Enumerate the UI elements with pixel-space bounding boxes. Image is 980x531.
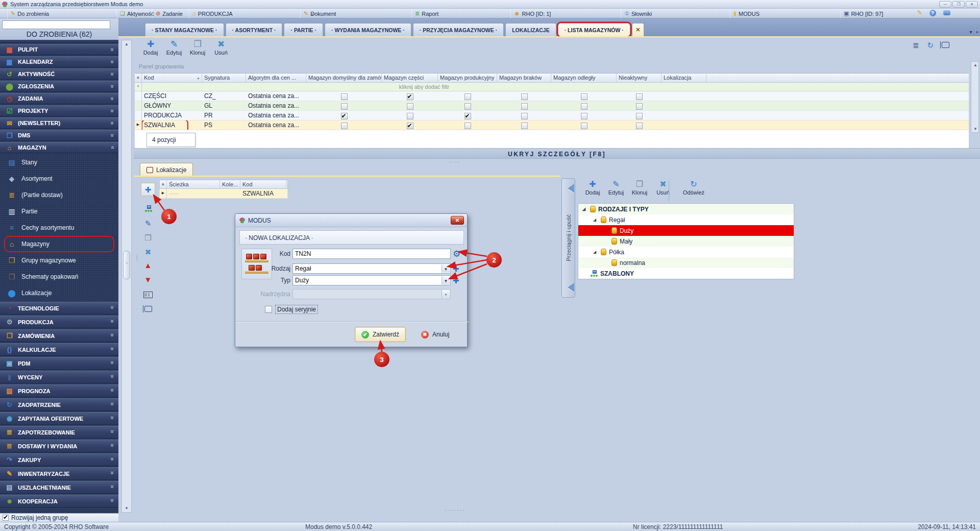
klonuj-button[interactable]: ❐Klonuj: [628, 180, 651, 196]
expanded-icon[interactable]: ◢: [593, 250, 598, 254]
sidebar-item-partie[interactable]: ▥Partie: [0, 203, 118, 220]
expand-icon[interactable]: »: [109, 60, 116, 64]
expand-icon[interactable]: »: [109, 430, 116, 433]
sidebar-group-pulpit[interactable]: ▦PULPIT»: [0, 44, 118, 55]
unchecked-checkbox[interactable]: [636, 103, 643, 110]
sidebar-group-aktywność[interactable]: ↺AKTYWNOŚĆ»: [0, 68, 118, 80]
list-view-icon[interactable]: ≣: [913, 41, 919, 50]
sidebar-group-prognoza[interactable]: ▨PROGNOZA»: [0, 384, 118, 397]
barcode-button[interactable]: [141, 288, 155, 301]
sidebar-item-magazyny[interactable]: ⌂Magazyny: [4, 236, 114, 252]
unchecked-checkbox[interactable]: [581, 123, 587, 129]
expand-icon[interactable]: »: [109, 471, 116, 475]
move-down-button[interactable]: ▼: [141, 273, 155, 286]
edytuj-button[interactable]: ✎Edytuj: [604, 180, 628, 196]
pin-icon[interactable]: ▪: [976, 29, 978, 35]
unchecked-checkbox[interactable]: [581, 103, 587, 110]
sidebar-item--partie-dostaw-[interactable]: ≣(Partie dostaw): [0, 187, 118, 203]
sidebar-group-wyceny[interactable]: ▮WYCENY»: [0, 371, 118, 383]
add-rodzaj-icon[interactable]: ✚: [453, 264, 459, 274]
scroll-up-icon[interactable]: ▲: [122, 42, 131, 46]
tab-close-button[interactable]: ✕: [632, 23, 644, 36]
menu-item-rho-id-97-[interactable]: ▣RHO [ID: 97]: [840, 9, 886, 18]
expand-icon[interactable]: »: [109, 48, 116, 52]
grid-filter-row[interactable]: ▼kliknij aby dodać filtr: [135, 83, 969, 91]
tab-lokalizacje[interactable]: LOKALIZACJE: [505, 23, 556, 36]
expand-icon[interactable]: »: [109, 134, 116, 137]
column-header-10[interactable]: Lokalizacja: [662, 74, 706, 82]
refresh-icon[interactable]: ↻: [927, 41, 934, 50]
table-row-szwalnia[interactable]: ▶SZWALNIAPSOstatnia cena za...: [135, 120, 969, 130]
column-header-6[interactable]: Magazyn produkcyjny: [438, 74, 497, 82]
unchecked-checkbox[interactable]: [407, 103, 413, 110]
tab-przyjęcia-magazynowe[interactable]: · PRZYJĘCIA MAGAZYNOWE ·: [413, 23, 504, 36]
sidebar-group-kalendarz[interactable]: ▦KALENDARZ»: [0, 56, 118, 67]
sidebar-group-dostawy-i-wydania[interactable]: ≣DOSTAWY I WYDANIA»: [0, 440, 118, 452]
kod-input[interactable]: [292, 249, 451, 259]
add-location-button[interactable]: ✚: [141, 183, 155, 196]
add-child-button[interactable]: [141, 202, 155, 215]
expand-icon[interactable]: »: [109, 73, 116, 76]
unchecked-checkbox[interactable]: [407, 113, 413, 119]
sidebar-group-zakupy[interactable]: ↷ZAKUPY»: [0, 453, 118, 466]
sidebar-group-magazyn[interactable]: ⌂MAGAZYN»: [0, 142, 118, 153]
tab-stany-magazynowe[interactable]: · STANY MAGAZYNOWE ·: [145, 23, 224, 36]
sidebar-item-asortyment[interactable]: ◆Asortyment: [0, 171, 118, 187]
expand-icon[interactable]: »: [109, 499, 116, 502]
sidebar-item-cechy-asortymentu[interactable]: ≡Cechy asortymentu: [0, 220, 118, 236]
expand-icon[interactable]: »: [109, 402, 116, 406]
sidebar-group-zaopatrzenie[interactable]: ↻ZAOPATRZENIE»: [0, 398, 118, 411]
tab-asortyment[interactable]: · ASORTYMENT ·: [226, 23, 283, 36]
chat-icon[interactable]: [943, 10, 950, 15]
scroll-up-icon[interactable]: ▲: [971, 63, 979, 67]
dialog-titlebar[interactable]: MODUS: [235, 214, 467, 227]
unchecked-checkbox[interactable]: [521, 103, 528, 110]
add-typ-icon[interactable]: ✚: [453, 276, 459, 285]
scrollbar-thumb[interactable]: ≡: [123, 251, 130, 279]
unchecked-checkbox[interactable]: [636, 93, 643, 100]
expand-icon[interactable]: »: [109, 485, 116, 489]
column-header-ścieżka[interactable]: Ścieżka: [167, 180, 220, 188]
unchecked-checkbox[interactable]: [581, 113, 587, 119]
sidebar-group-zamówienia[interactable]: ❒ZAMÓWIENIA»: [0, 329, 118, 342]
dodaj-seryjnie-checkbox[interactable]: [265, 306, 272, 313]
typ-dropdown[interactable]: Duży▼: [292, 275, 451, 285]
expand-icon[interactable]: »: [109, 347, 116, 351]
dialog-close-button[interactable]: ✕: [451, 216, 464, 225]
menu-item-zadanie[interactable]: ⊘Zadanie: [152, 9, 186, 18]
unchecked-checkbox[interactable]: [341, 93, 348, 100]
chevron-down-icon[interactable]: ▾: [969, 29, 972, 35]
menu-item-aktywno-[interactable]: ❏Aktywność: [116, 9, 157, 18]
sidebar-group-projekty[interactable]: ☑PROJEKTY»: [0, 105, 118, 116]
dodaj-button[interactable]: ✚Dodaj: [581, 180, 604, 196]
column-header-9[interactable]: Nieaktywny: [617, 74, 662, 82]
column-header-1[interactable]: Kod▲: [142, 74, 202, 82]
odśwież-button[interactable]: ↻Odśwież: [682, 180, 705, 196]
sidebar-group-technologie[interactable]: ◔TECHNOLOGIE»: [0, 302, 118, 315]
sidebar-group--newsletter-[interactable]: ✉(NEWSLETTER)»: [0, 117, 118, 129]
expand-icon[interactable]: »: [109, 375, 116, 378]
edit-button[interactable]: ✎: [141, 216, 155, 230]
clone-button[interactable]: ❐: [141, 231, 155, 244]
column-header-5[interactable]: Magazyn części: [382, 74, 438, 82]
checked-checkbox[interactable]: [341, 113, 348, 119]
menu-item-dokument[interactable]: ✎Dokument: [300, 9, 339, 18]
table-row-części[interactable]: CZĘŚCICZ_Ostatnia cena za...: [135, 91, 969, 101]
sidebar-group-inwentaryzacje[interactable]: ✎INWENTARYZACJE»: [0, 467, 118, 480]
unchecked-checkbox[interactable]: [464, 123, 471, 129]
sidebar-search-input[interactable]: [2, 20, 110, 29]
menu-item-modus[interactable]: ▮MODUS: [730, 9, 763, 18]
collapse-icon[interactable]: »: [109, 146, 116, 150]
sidebar-group-pdm[interactable]: ▣PDM»: [0, 357, 118, 370]
sidebar-group-zadania[interactable]: ◷ZADANIA»: [0, 93, 118, 104]
confirm-button[interactable]: ✔ Zatwierdź: [355, 327, 406, 342]
expand-icon[interactable]: »: [109, 389, 116, 392]
column-header-2[interactable]: Sygnatura: [202, 74, 246, 82]
hide-details-bar[interactable]: UKRYJ SZCZEGÓŁY [F8]: [134, 148, 980, 159]
checked-checkbox[interactable]: [407, 123, 413, 129]
expand-icon[interactable]: »: [109, 361, 116, 365]
scroll-down-icon[interactable]: ▼: [971, 127, 979, 131]
tab-wydania-magazynowe[interactable]: · WYDANIA MAGAZYNOWE ·: [325, 23, 411, 36]
menu-item-rho-id-1-[interactable]: ☻RHO [ID: 1]: [510, 9, 554, 18]
klonuj-button[interactable]: ❐Klonuj: [186, 40, 209, 56]
